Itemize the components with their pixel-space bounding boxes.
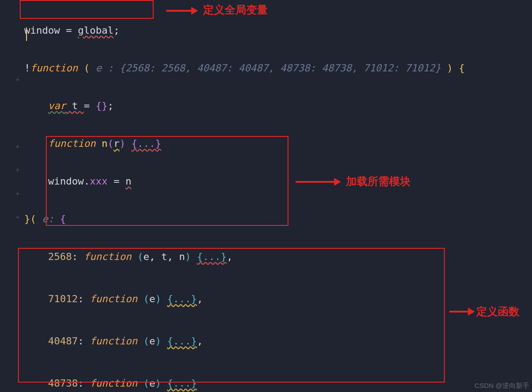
code-line: var t = {}; bbox=[24, 97, 465, 115]
code-line: 48738: function (e) {...} bbox=[24, 374, 465, 392]
editor-gutter: + + + + + bbox=[0, 0, 24, 392]
fold-marker[interactable]: + bbox=[16, 167, 19, 173]
code-line: 71012: function (e) {...}, bbox=[24, 290, 465, 313]
fold-marker[interactable]: + bbox=[16, 190, 19, 197]
annotation-modules: 加载所需模块 bbox=[346, 174, 411, 189]
code-line: window = global; bbox=[24, 21, 465, 40]
arrow-icon bbox=[449, 307, 474, 316]
fold-marker[interactable]: + bbox=[16, 143, 19, 150]
annotation-function: 定义函数 bbox=[476, 304, 519, 319]
svg-marker-3 bbox=[334, 178, 341, 185]
fold-marker[interactable]: + bbox=[16, 214, 19, 220]
annotation-global: 定义全局变量 bbox=[203, 3, 268, 17]
svg-marker-5 bbox=[468, 308, 474, 315]
arrow-icon bbox=[296, 177, 341, 186]
code-line: !function ( e : {2568: 2568, 40487: 4048… bbox=[24, 59, 465, 78]
code-line: 2568: function (e, t, n) {...}, bbox=[24, 247, 465, 271]
svg-marker-1 bbox=[191, 7, 198, 14]
code-line: function n(r) {...} bbox=[24, 134, 465, 153]
arrow-icon bbox=[166, 6, 198, 15]
watermark: CSDN @逆向新手 bbox=[474, 382, 529, 390]
code-line: }( e: { bbox=[24, 210, 465, 229]
code-line: 40487: function (e) {...}, bbox=[24, 332, 465, 355]
code-editor[interactable]: window = global; !function ( e : {2568: … bbox=[24, 2, 465, 392]
fold-marker[interactable]: + bbox=[16, 76, 19, 83]
